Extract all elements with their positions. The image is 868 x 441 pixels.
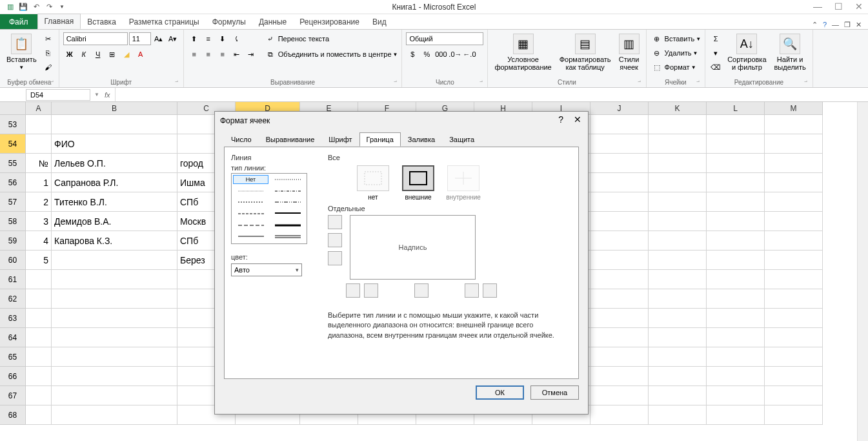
dlg-tab-number[interactable]: Число bbox=[224, 132, 259, 147]
align-center-icon[interactable]: ≡ bbox=[202, 48, 215, 61]
minimize-button[interactable]: — bbox=[811, 1, 824, 12]
cell[interactable] bbox=[52, 251, 177, 270]
preset-inside[interactable]: внутренние bbox=[444, 165, 483, 201]
row-header[interactable]: 65 bbox=[0, 347, 26, 367]
bold-button[interactable]: Ж bbox=[63, 48, 76, 61]
cell[interactable] bbox=[707, 289, 765, 309]
cell[interactable] bbox=[707, 328, 765, 347]
maximize-button[interactable]: ☐ bbox=[832, 1, 845, 12]
cell[interactable] bbox=[590, 134, 649, 154]
cell[interactable] bbox=[26, 134, 52, 154]
cell[interactable] bbox=[649, 173, 707, 192]
dialog-help-icon[interactable]: ? bbox=[556, 114, 566, 125]
qat-dropdown-icon[interactable]: ▼ bbox=[57, 2, 67, 12]
format-as-table-button[interactable]: ▤ Форматировать как таблицу bbox=[557, 32, 614, 72]
cell[interactable]: Лельев О.П. bbox=[52, 154, 177, 173]
cell[interactable] bbox=[765, 289, 823, 309]
line-style-opt[interactable] bbox=[270, 221, 305, 230]
line-style-opt[interactable] bbox=[270, 187, 305, 196]
orientation-icon[interactable]: ⤹ bbox=[230, 32, 243, 45]
cell[interactable] bbox=[707, 347, 765, 367]
row-header[interactable]: 64 bbox=[0, 328, 26, 347]
cell[interactable] bbox=[707, 173, 765, 192]
cell[interactable] bbox=[765, 134, 823, 154]
border-diag-down-button[interactable] bbox=[483, 283, 497, 298]
vertical-scrollbar[interactable] bbox=[857, 102, 868, 441]
cell[interactable] bbox=[590, 328, 649, 347]
cell[interactable] bbox=[590, 309, 649, 328]
cell[interactable] bbox=[52, 386, 177, 405]
cell[interactable] bbox=[26, 289, 52, 309]
line-style-opt[interactable] bbox=[233, 187, 268, 196]
line-style-opt[interactable] bbox=[270, 198, 305, 207]
cell[interactable] bbox=[707, 192, 765, 212]
tab-view[interactable]: Вид bbox=[366, 15, 393, 29]
align-top-icon[interactable]: ⬆ bbox=[188, 32, 201, 45]
cell[interactable] bbox=[649, 115, 707, 134]
cell[interactable] bbox=[590, 154, 649, 173]
dlg-tab-protection[interactable]: Защита bbox=[442, 132, 481, 147]
preset-outline[interactable]: внешние bbox=[399, 165, 438, 201]
paste-button[interactable]: 📋 Вставить ▼ bbox=[4, 32, 39, 72]
cell[interactable] bbox=[649, 251, 707, 270]
cell[interactable] bbox=[707, 309, 765, 328]
cell[interactable] bbox=[649, 192, 707, 212]
namebox-dropdown-icon[interactable]: ▼ bbox=[94, 92, 99, 97]
cell[interactable] bbox=[649, 270, 707, 289]
preset-none[interactable]: нет bbox=[354, 165, 392, 201]
format-painter-icon[interactable]: 🖌 bbox=[42, 61, 55, 74]
cell[interactable] bbox=[26, 367, 52, 386]
cell[interactable] bbox=[765, 251, 823, 270]
number-format-combo[interactable]: Общий bbox=[406, 32, 483, 45]
cell[interactable] bbox=[590, 115, 649, 134]
cell[interactable] bbox=[707, 154, 765, 173]
format-cells-button[interactable]: ⬚Формат▼ bbox=[651, 61, 696, 74]
border-vertical-button[interactable] bbox=[414, 283, 429, 298]
cell[interactable] bbox=[649, 367, 707, 386]
tab-home[interactable]: Главная bbox=[37, 14, 81, 29]
undo-icon[interactable]: ↶ bbox=[31, 2, 41, 12]
borders-icon[interactable]: ⊞ bbox=[106, 48, 119, 61]
underline-button[interactable]: Ч bbox=[92, 48, 105, 61]
cell[interactable] bbox=[590, 347, 649, 367]
cell[interactable] bbox=[765, 309, 823, 328]
wrap-text-button[interactable]: ⤶ Перенос текста bbox=[264, 32, 398, 45]
cell[interactable] bbox=[649, 328, 707, 347]
dialog-title-bar[interactable]: Формат ячеек ? ✕ bbox=[215, 112, 588, 130]
row-header[interactable]: 53 bbox=[0, 115, 26, 134]
cell[interactable] bbox=[590, 367, 649, 386]
dlg-tab-fill[interactable]: Заливка bbox=[401, 132, 442, 147]
cell[interactable] bbox=[649, 405, 707, 425]
clear-icon[interactable]: ⌫ bbox=[709, 61, 722, 74]
row-header[interactable]: 56 bbox=[0, 173, 26, 192]
fill-icon[interactable]: ▾ bbox=[709, 46, 722, 59]
cell[interactable]: 1 bbox=[26, 173, 52, 192]
copy-icon[interactable]: ⎘ bbox=[42, 46, 55, 59]
autosum-icon[interactable]: Σ bbox=[709, 32, 722, 45]
currency-icon[interactable]: $ bbox=[406, 48, 419, 61]
tab-review[interactable]: Рецензирование bbox=[293, 15, 366, 29]
dlg-tab-border[interactable]: Граница bbox=[359, 132, 401, 147]
line-style-opt[interactable] bbox=[233, 221, 268, 230]
column-header-B[interactable]: B bbox=[52, 102, 177, 115]
cell[interactable] bbox=[649, 212, 707, 231]
line-style-opt[interactable] bbox=[233, 198, 268, 207]
align-right-icon[interactable]: ≡ bbox=[216, 48, 229, 61]
doc-close-icon[interactable]: ✕ bbox=[856, 21, 862, 29]
row-header[interactable]: 63 bbox=[0, 309, 26, 328]
cell[interactable] bbox=[590, 386, 649, 405]
row-header[interactable]: 68 bbox=[0, 405, 26, 425]
cell[interactable] bbox=[765, 367, 823, 386]
decrease-font-icon[interactable]: A▾ bbox=[167, 32, 179, 45]
column-header-K[interactable]: K bbox=[649, 102, 707, 115]
border-horizontal-button[interactable] bbox=[328, 233, 342, 247]
delete-cells-button[interactable]: ⊖Удалить▼ bbox=[651, 46, 698, 59]
tab-data[interactable]: Данные bbox=[252, 15, 293, 29]
cell[interactable] bbox=[26, 405, 52, 425]
cell[interactable] bbox=[707, 134, 765, 154]
cell[interactable] bbox=[649, 231, 707, 251]
cell[interactable] bbox=[52, 115, 177, 134]
tab-file[interactable]: Файл bbox=[0, 14, 37, 29]
cell[interactable] bbox=[52, 347, 177, 367]
decrease-indent-icon[interactable]: ⇤ bbox=[230, 48, 243, 61]
